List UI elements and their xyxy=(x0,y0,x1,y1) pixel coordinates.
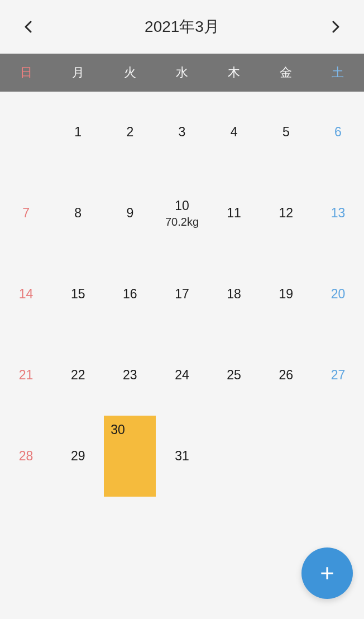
day-number: 7 xyxy=(22,206,30,221)
day-number: 11 xyxy=(227,206,241,221)
day-cell[interactable]: 3 xyxy=(156,92,208,173)
day-cell[interactable]: 31 xyxy=(156,416,208,497)
weekday-saturday: 土 xyxy=(312,64,364,81)
day-cell[interactable]: 5 xyxy=(260,92,312,173)
day-number: 24 xyxy=(175,368,189,383)
day-number: 2 xyxy=(126,125,133,140)
day-cell-empty xyxy=(312,416,364,497)
day-cell[interactable]: 24 xyxy=(156,335,208,416)
day-cell[interactable]: 14 xyxy=(0,254,52,335)
weekday-wednesday: 水 xyxy=(156,64,208,81)
day-cell[interactable]: 19 xyxy=(260,254,312,335)
day-cell[interactable]: 22 xyxy=(52,335,104,416)
day-number: 30 xyxy=(111,422,125,437)
weekday-tuesday: 火 xyxy=(104,64,156,81)
day-cell[interactable]: 6 xyxy=(312,92,364,173)
day-number: 3 xyxy=(179,125,186,140)
day-number: 17 xyxy=(175,287,189,302)
day-number: 26 xyxy=(279,368,293,383)
day-cell[interactable]: 2 xyxy=(104,92,156,173)
plus-icon: + xyxy=(320,561,334,585)
day-number: 13 xyxy=(331,206,346,221)
day-number: 4 xyxy=(231,125,238,140)
day-cell[interactable]: 12 xyxy=(260,173,312,254)
day-cell-empty xyxy=(0,92,52,173)
day-cell[interactable]: 11 xyxy=(208,173,260,254)
day-number: 31 xyxy=(175,449,189,464)
day-number: 5 xyxy=(282,125,290,140)
day-cell[interactable]: 4 xyxy=(208,92,260,173)
day-cell[interactable]: 8 xyxy=(52,173,104,254)
calendar-grid: 1234567891070.2kg11121314151617181920212… xyxy=(0,92,364,497)
day-cell[interactable]: 30 xyxy=(104,416,156,497)
day-cell[interactable]: 29 xyxy=(52,416,104,497)
day-number: 12 xyxy=(279,206,293,221)
day-number: 6 xyxy=(334,125,342,140)
day-number: 25 xyxy=(227,368,241,383)
day-number: 23 xyxy=(123,368,137,383)
day-cell[interactable]: 18 xyxy=(208,254,260,335)
day-cell[interactable]: 20 xyxy=(312,254,364,335)
day-cell[interactable]: 9 xyxy=(104,173,156,254)
day-number: 21 xyxy=(19,368,33,383)
day-number: 18 xyxy=(227,287,241,302)
day-number: 28 xyxy=(19,449,33,464)
day-cell[interactable]: 15 xyxy=(52,254,104,335)
day-cell[interactable]: 13 xyxy=(312,173,364,254)
day-cell[interactable]: 23 xyxy=(104,335,156,416)
day-cell[interactable]: 27 xyxy=(312,335,364,416)
day-cell[interactable]: 1070.2kg xyxy=(156,173,208,254)
next-month-button[interactable] xyxy=(325,16,347,38)
weekday-friday: 金 xyxy=(260,64,312,81)
day-number: 8 xyxy=(74,206,82,221)
day-number: 19 xyxy=(279,287,293,302)
day-cell[interactable]: 16 xyxy=(104,254,156,335)
calendar-header: 2021年3月 xyxy=(0,0,364,54)
weekday-header: 日 月 火 水 木 金 土 xyxy=(0,54,364,92)
day-cell[interactable]: 25 xyxy=(208,335,260,416)
day-number: 27 xyxy=(331,368,346,383)
day-cell[interactable]: 26 xyxy=(260,335,312,416)
weekday-sunday: 日 xyxy=(0,64,52,81)
day-cell-empty xyxy=(208,416,260,497)
month-title: 2021年3月 xyxy=(145,16,219,37)
day-number: 15 xyxy=(71,287,85,302)
day-number: 1 xyxy=(74,125,82,140)
day-number: 14 xyxy=(19,287,33,302)
chevron-left-icon xyxy=(24,21,32,33)
add-button[interactable]: + xyxy=(301,547,353,599)
day-number: 10 xyxy=(175,198,189,213)
day-number: 22 xyxy=(71,368,85,383)
day-number: 16 xyxy=(123,287,137,302)
day-cell-empty xyxy=(260,416,312,497)
day-cell[interactable]: 28 xyxy=(0,416,52,497)
day-note: 70.2kg xyxy=(165,216,199,228)
chevron-right-icon xyxy=(332,21,340,33)
day-cell[interactable]: 21 xyxy=(0,335,52,416)
weekday-monday: 月 xyxy=(52,64,104,81)
day-cell[interactable]: 17 xyxy=(156,254,208,335)
day-number: 9 xyxy=(126,206,133,221)
day-number: 20 xyxy=(331,287,346,302)
prev-month-button[interactable] xyxy=(17,16,39,38)
weekday-thursday: 木 xyxy=(208,64,260,81)
day-cell[interactable]: 1 xyxy=(52,92,104,173)
day-cell[interactable]: 7 xyxy=(0,173,52,254)
day-number: 29 xyxy=(71,449,85,464)
